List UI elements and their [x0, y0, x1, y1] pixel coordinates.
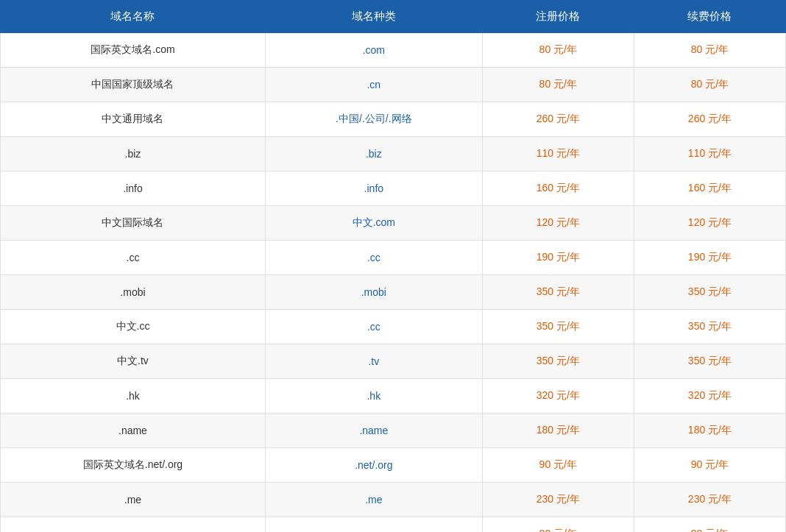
- table-row: .hk.hk320 元/年320 元/年: [1, 379, 786, 414]
- reg-price-cell: 160 元/年: [482, 171, 634, 206]
- reg-price-cell: 110 元/年: [482, 137, 634, 171]
- renew-price-cell: 160 元/年: [634, 171, 785, 206]
- domain-name-cell: 中文国际域名: [1, 206, 266, 241]
- domain-name-cell: .wang: [1, 517, 266, 533]
- domain-name-cell: 国际英文域名.com: [1, 33, 266, 68]
- table-row: .biz.biz110 元/年110 元/年: [1, 137, 786, 171]
- renew-price-cell: 260 元/年: [634, 102, 785, 137]
- domain-type-cell: .wang: [265, 517, 482, 533]
- domain-type-cell: .cn: [265, 68, 482, 102]
- table-row: .name.name180 元/年180 元/年: [1, 414, 786, 448]
- col-header-reg: 注册价格: [482, 1, 634, 33]
- table-row: 中国国家顶级域名.cn80 元/年80 元/年: [1, 68, 786, 102]
- renew-price-cell: 80 元/年: [634, 68, 785, 102]
- reg-price-cell: 180 元/年: [482, 414, 634, 448]
- domain-type-cell: .mobi: [265, 275, 482, 310]
- domain-type-cell: .net/.org: [265, 448, 482, 483]
- domain-type-cell: .中国/.公司/.网络: [265, 102, 482, 137]
- reg-price-cell: 260 元/年: [482, 102, 634, 137]
- domain-name-cell: .biz: [1, 137, 266, 171]
- domain-name-cell: 中国国家顶级域名: [1, 68, 266, 102]
- table-row: .info.info160 元/年160 元/年: [1, 171, 786, 206]
- renew-price-cell: 350 元/年: [634, 275, 785, 310]
- reg-price-cell: 80 元/年: [482, 517, 634, 533]
- table-row: 中文.tv.tv350 元/年350 元/年: [1, 344, 786, 379]
- domain-type-cell: 中文.com: [265, 206, 482, 241]
- domain-type-cell: .name: [265, 414, 482, 448]
- reg-price-cell: 190 元/年: [482, 241, 634, 275]
- renew-price-cell: 350 元/年: [634, 344, 785, 379]
- domain-type-cell: .cc: [265, 241, 482, 275]
- renew-price-cell: 350 元/年: [634, 310, 785, 344]
- table-row: .mobi.mobi350 元/年350 元/年: [1, 275, 786, 310]
- col-header-type: 域名种类: [265, 1, 482, 33]
- domain-type-cell: .hk: [265, 379, 482, 414]
- reg-price-cell: 320 元/年: [482, 379, 634, 414]
- reg-price-cell: 80 元/年: [482, 68, 634, 102]
- domain-name-cell: .cc: [1, 241, 266, 275]
- col-header-renew: 续费价格: [634, 1, 785, 33]
- domain-name-cell: .mobi: [1, 275, 266, 310]
- renew-price-cell: 230 元/年: [634, 483, 785, 517]
- domain-name-cell: 国际英文域名.net/.org: [1, 448, 266, 483]
- renew-price-cell: 80 元/年: [634, 517, 785, 533]
- domain-name-cell: .info: [1, 171, 266, 206]
- table-row: 国际英文域名.com.com80 元/年80 元/年: [1, 33, 786, 68]
- domain-type-cell: .cc: [265, 310, 482, 344]
- renew-price-cell: 120 元/年: [634, 206, 785, 241]
- table-row: .wang.wang80 元/年80 元/年: [1, 517, 786, 533]
- domain-type-cell: .me: [265, 483, 482, 517]
- domain-type-cell: .info: [265, 171, 482, 206]
- table-row: 中文通用域名.中国/.公司/.网络260 元/年260 元/年: [1, 102, 786, 137]
- col-header-name: 域名名称: [1, 1, 266, 33]
- renew-price-cell: 320 元/年: [634, 379, 785, 414]
- domain-name-cell: 中文.cc: [1, 310, 266, 344]
- table-row: .cc.cc190 元/年190 元/年: [1, 241, 786, 275]
- domain-type-cell: .tv: [265, 344, 482, 379]
- renew-price-cell: 90 元/年: [634, 448, 785, 483]
- domain-name-cell: .name: [1, 414, 266, 448]
- reg-price-cell: 80 元/年: [482, 33, 634, 68]
- reg-price-cell: 230 元/年: [482, 483, 634, 517]
- reg-price-cell: 90 元/年: [482, 448, 634, 483]
- reg-price-cell: 350 元/年: [482, 310, 634, 344]
- domain-name-cell: .hk: [1, 379, 266, 414]
- renew-price-cell: 190 元/年: [634, 241, 785, 275]
- domain-name-cell: 中文通用域名: [1, 102, 266, 137]
- reg-price-cell: 350 元/年: [482, 275, 634, 310]
- table-row: 国际英文域名.net/.org.net/.org90 元/年90 元/年: [1, 448, 786, 483]
- table-header-row: 域名名称 域名种类 注册价格 续费价格: [1, 1, 786, 33]
- domain-type-cell: .biz: [265, 137, 482, 171]
- domain-name-cell: 中文.tv: [1, 344, 266, 379]
- reg-price-cell: 350 元/年: [482, 344, 634, 379]
- table-row: .me.me230 元/年230 元/年: [1, 483, 786, 517]
- domain-price-table: 域名名称 域名种类 注册价格 续费价格 国际英文域名.com.com80 元/年…: [0, 0, 786, 532]
- table-row: 中文国际域名中文.com120 元/年120 元/年: [1, 206, 786, 241]
- reg-price-cell: 120 元/年: [482, 206, 634, 241]
- domain-type-cell: .com: [265, 33, 482, 68]
- domain-name-cell: .me: [1, 483, 266, 517]
- table-row: 中文.cc.cc350 元/年350 元/年: [1, 310, 786, 344]
- renew-price-cell: 80 元/年: [634, 33, 785, 68]
- renew-price-cell: 180 元/年: [634, 414, 785, 448]
- renew-price-cell: 110 元/年: [634, 137, 785, 171]
